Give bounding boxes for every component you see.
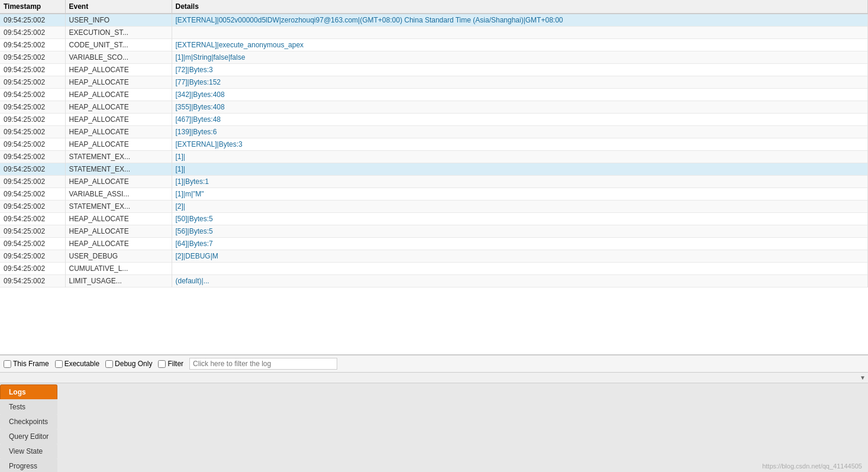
log-cell-details: [EXTERNAL]|0052v00000d5lDW|zerozhouqi97@… bbox=[172, 14, 868, 27]
log-cell-timestamp: 09:54:25:002 bbox=[0, 176, 65, 188]
log-cell-event: HEAP_ALLOCATE bbox=[65, 76, 172, 89]
executable-text: Executable bbox=[64, 360, 99, 368]
log-cell-timestamp: 09:54:25:002 bbox=[0, 89, 65, 101]
tab-checkpoints[interactable]: Checkpoints bbox=[0, 414, 57, 429]
this-frame-label[interactable]: This Frame bbox=[4, 360, 49, 368]
log-table-row[interactable]: 09:54:25:002EXECUTION_ST... bbox=[0, 27, 868, 39]
log-cell-details: [77]|Bytes:152 bbox=[172, 76, 868, 89]
scroll-arrow-down: ▼ bbox=[860, 374, 866, 381]
filter-checkbox[interactable] bbox=[158, 360, 166, 368]
col-header-details: Details bbox=[172, 0, 868, 14]
log-cell-details bbox=[172, 27, 868, 39]
log-cell-timestamp: 09:54:25:002 bbox=[0, 213, 65, 225]
log-table-body: 09:54:25:002USER_INFO[EXTERNAL]|0052v000… bbox=[0, 14, 868, 287]
log-cell-timestamp: 09:54:25:002 bbox=[0, 250, 65, 263]
log-cell-event: USER_DEBUG bbox=[65, 250, 172, 263]
log-table-row[interactable]: 09:54:25:002USER_DEBUG[2]|DEBUG|M bbox=[0, 250, 868, 263]
log-cell-details: [50]|Bytes:5 bbox=[172, 213, 868, 225]
log-table-row[interactable]: 09:54:25:002HEAP_ALLOCATE[139]|Bytes:6 bbox=[0, 126, 868, 138]
log-cell-details: (default)|... bbox=[172, 275, 868, 287]
log-table-row[interactable]: 09:54:25:002HEAP_ALLOCATE[EXTERNAL]|Byte… bbox=[0, 138, 868, 151]
log-cell-details: [EXTERNAL]|execute_anonymous_apex bbox=[172, 39, 868, 51]
debug-only-text: Debug Only bbox=[115, 360, 152, 368]
log-cell-timestamp: 09:54:25:002 bbox=[0, 39, 65, 51]
executable-checkbox[interactable] bbox=[55, 360, 63, 368]
log-cell-timestamp: 09:54:25:002 bbox=[0, 188, 65, 201]
log-table-row[interactable]: 09:54:25:002STATEMENT_EX...[2]| bbox=[0, 201, 868, 213]
log-cell-timestamp: 09:54:25:002 bbox=[0, 163, 65, 176]
filter-bar: This Frame Executable Debug Only Filter bbox=[0, 355, 868, 373]
executable-label[interactable]: Executable bbox=[55, 360, 99, 368]
log-cell-details: [1]| bbox=[172, 163, 868, 176]
log-cell-event: HEAP_ALLOCATE bbox=[65, 213, 172, 225]
log-table-row[interactable]: 09:54:25:002HEAP_ALLOCATE[50]|Bytes:5 bbox=[0, 213, 868, 225]
log-cell-timestamp: 09:54:25:002 bbox=[0, 238, 65, 250]
tab-logs[interactable]: Logs bbox=[0, 384, 57, 399]
log-cell-event: STATEMENT_EX... bbox=[65, 151, 172, 163]
log-cell-details: [1]|m|"M" bbox=[172, 188, 868, 201]
log-table-row[interactable]: 09:54:25:002CODE_UNIT_ST...[EXTERNAL]|ex… bbox=[0, 39, 868, 51]
log-table-row[interactable]: 09:54:25:002HEAP_ALLOCATE[467]|Bytes:48 bbox=[0, 114, 868, 126]
log-table-row[interactable]: 09:54:25:002VARIABLE_SCO...[1]|m|String|… bbox=[0, 51, 868, 64]
log-cell-details: [342]|Bytes:408 bbox=[172, 89, 868, 101]
debug-only-label[interactable]: Debug Only bbox=[105, 360, 152, 368]
filter-input[interactable] bbox=[189, 358, 337, 370]
log-table: Timestamp Event Details 09:54:25:002USER… bbox=[0, 0, 868, 287]
log-cell-event: VARIABLE_ASSI... bbox=[65, 188, 172, 201]
debug-only-checkbox[interactable] bbox=[105, 360, 113, 368]
tab-progress[interactable]: Progress bbox=[0, 458, 57, 472]
this-frame-checkbox[interactable] bbox=[4, 360, 11, 368]
log-cell-details: [467]|Bytes:48 bbox=[172, 114, 868, 126]
watermark: https://blog.csdn.net/qq_41144505 bbox=[762, 463, 862, 470]
this-frame-text: This Frame bbox=[13, 360, 49, 368]
log-cell-event: HEAP_ALLOCATE bbox=[65, 238, 172, 250]
log-table-row[interactable]: 09:54:25:002CUMULATIVE_L... bbox=[0, 263, 868, 275]
log-cell-timestamp: 09:54:25:002 bbox=[0, 101, 65, 114]
tab-tests[interactable]: Tests bbox=[0, 399, 57, 414]
log-cell-timestamp: 09:54:25:002 bbox=[0, 225, 65, 238]
log-cell-details: [72]|Bytes:3 bbox=[172, 64, 868, 76]
log-cell-timestamp: 09:54:25:002 bbox=[0, 76, 65, 89]
log-table-row[interactable]: 09:54:25:002USER_INFO[EXTERNAL]|0052v000… bbox=[0, 14, 868, 27]
col-header-event: Event bbox=[65, 0, 172, 14]
log-cell-event: LIMIT_USAGE... bbox=[65, 275, 172, 287]
log-cell-details: [355]|Bytes:408 bbox=[172, 101, 868, 114]
log-table-row[interactable]: 09:54:25:002HEAP_ALLOCATE[72]|Bytes:3 bbox=[0, 64, 868, 76]
log-table-row[interactable]: 09:54:25:002HEAP_ALLOCATE[64]|Bytes:7 bbox=[0, 238, 868, 250]
log-table-row[interactable]: 09:54:25:002STATEMENT_EX...[1]| bbox=[0, 163, 868, 176]
log-cell-event: STATEMENT_EX... bbox=[65, 201, 172, 213]
log-cell-details: [139]|Bytes:6 bbox=[172, 126, 868, 138]
log-cell-details: [56]|Bytes:5 bbox=[172, 225, 868, 238]
log-table-row[interactable]: 09:54:25:002VARIABLE_ASSI...[1]|m|"M" bbox=[0, 188, 868, 201]
log-cell-event: HEAP_ALLOCATE bbox=[65, 138, 172, 151]
log-cell-timestamp: 09:54:25:002 bbox=[0, 64, 65, 76]
log-table-row[interactable]: 09:54:25:002HEAP_ALLOCATE[77]|Bytes:152 bbox=[0, 76, 868, 89]
log-table-row[interactable]: 09:54:25:002HEAP_ALLOCATE[1]|Bytes:1 bbox=[0, 176, 868, 188]
tab-viewState[interactable]: View State bbox=[0, 444, 57, 458]
log-cell-details: [64]|Bytes:7 bbox=[172, 238, 868, 250]
scroll-indicator: ▼ bbox=[0, 373, 868, 383]
log-table-row[interactable]: 09:54:25:002STATEMENT_EX...[1]| bbox=[0, 151, 868, 163]
log-cell-timestamp: 09:54:25:002 bbox=[0, 27, 65, 39]
log-cell-details bbox=[172, 263, 868, 275]
log-cell-event: HEAP_ALLOCATE bbox=[65, 176, 172, 188]
log-cell-details: [EXTERNAL]|Bytes:3 bbox=[172, 138, 868, 151]
tabs-bar: LogsTestsCheckpointsQuery EditorView Sta… bbox=[0, 383, 868, 472]
log-table-row[interactable]: 09:54:25:002HEAP_ALLOCATE[56]|Bytes:5 bbox=[0, 225, 868, 238]
log-cell-timestamp: 09:54:25:002 bbox=[0, 138, 65, 151]
tab-queryEditor[interactable]: Query Editor bbox=[0, 429, 57, 444]
filter-label[interactable]: Filter bbox=[158, 360, 183, 368]
log-cell-event: HEAP_ALLOCATE bbox=[65, 64, 172, 76]
log-cell-event: HEAP_ALLOCATE bbox=[65, 101, 172, 114]
log-table-container[interactable]: Timestamp Event Details 09:54:25:002USER… bbox=[0, 0, 868, 355]
log-cell-timestamp: 09:54:25:002 bbox=[0, 263, 65, 275]
log-cell-timestamp: 09:54:25:002 bbox=[0, 51, 65, 64]
log-table-header: Timestamp Event Details bbox=[0, 0, 868, 14]
log-cell-timestamp: 09:54:25:002 bbox=[0, 126, 65, 138]
log-cell-timestamp: 09:54:25:002 bbox=[0, 201, 65, 213]
log-table-row[interactable]: 09:54:25:002HEAP_ALLOCATE[355]|Bytes:408 bbox=[0, 101, 868, 114]
log-cell-timestamp: 09:54:25:002 bbox=[0, 14, 65, 27]
log-table-row[interactable]: 09:54:25:002LIMIT_USAGE...(default)|... bbox=[0, 275, 868, 287]
log-table-row[interactable]: 09:54:25:002HEAP_ALLOCATE[342]|Bytes:408 bbox=[0, 89, 868, 101]
log-cell-details: [2]|DEBUG|M bbox=[172, 250, 868, 263]
